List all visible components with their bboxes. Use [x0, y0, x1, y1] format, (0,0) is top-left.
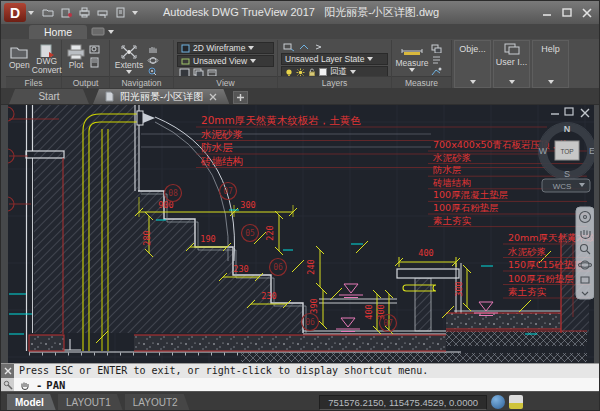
tab-start[interactable]: Start: [9, 89, 89, 104]
quick-access-toolbar: [42, 7, 138, 18]
doc-window-controls[interactable]: [551, 108, 589, 117]
zoom-extents-button[interactable]: Extents: [113, 42, 145, 75]
navigation-bar[interactable]: [576, 207, 594, 299]
svg-text:05: 05: [245, 229, 255, 238]
app-menu-caret-icon[interactable]: [28, 11, 34, 15]
svg-text:08: 08: [168, 189, 178, 198]
file-tab-bar: Start 阳光丽景-小区详图: [1, 88, 600, 105]
convert-icon[interactable]: [60, 7, 73, 18]
layer-state-select[interactable]: Unsaved Layer State: [281, 53, 388, 65]
svg-text:240: 240: [306, 259, 316, 274]
command-line[interactable]: Press ESC or ENTER to exit, or right-cli…: [1, 363, 600, 391]
hardware-acceleration-icon[interactable]: [491, 395, 505, 409]
tab-home[interactable]: Home: [29, 25, 87, 39]
ribbon-tab-row: Home: [1, 24, 600, 39]
viewcube-west[interactable]: W: [539, 146, 548, 156]
layer-color-swatch[interactable]: [319, 68, 327, 76]
app-logo-icon[interactable]: D: [4, 3, 26, 22]
group-label-layers[interactable]: Layers: [278, 76, 391, 88]
maximize-button[interactable]: [561, 7, 573, 19]
left-edge-callouts: [8, 107, 14, 211]
plot-button[interactable]: Plot: [65, 42, 87, 75]
orbit-icon[interactable]: [147, 55, 159, 64]
extents-caret-icon[interactable]: [126, 70, 132, 74]
list-icon[interactable]: [431, 55, 442, 64]
svg-text:230: 230: [261, 291, 276, 301]
id-point-icon[interactable]: [431, 66, 442, 75]
layer-states-icon[interactable]: [283, 42, 295, 52]
pan-icon[interactable]: [147, 44, 159, 53]
panel-help[interactable]: Help: [532, 40, 569, 88]
page-setup-icon[interactable]: [89, 57, 100, 68]
ruler-icon: [400, 43, 424, 59]
open-icon[interactable]: [42, 7, 55, 18]
command-options-button[interactable]: [1, 378, 14, 392]
dwg-file-icon: [105, 91, 114, 102]
print-icon[interactable]: [78, 7, 91, 18]
svg-text:400: 400: [364, 304, 374, 319]
group-label-output[interactable]: Output: [62, 76, 109, 88]
svg-text:水泥砂浆: 水泥砂浆: [201, 128, 244, 140]
command-close-button[interactable]: [1, 364, 14, 378]
objects-panel-caret-icon: [470, 80, 476, 84]
command-active-row[interactable]: - PAN: [14, 378, 600, 392]
wrench-icon: [3, 380, 13, 390]
new-tab-button[interactable]: [233, 91, 248, 104]
doc-restore-icon: [565, 108, 573, 115]
status-bar: Model LAYOUT1 LAYOUT2 751576.2150, 11547…: [1, 391, 600, 411]
svg-text:100厚混凝土垫层: 100厚混凝土垫层: [433, 189, 508, 200]
batch-plot-icon[interactable]: [96, 7, 109, 18]
tab-layout1[interactable]: LAYOUT1: [58, 394, 123, 411]
named-view-select[interactable]: Unsaved View: [177, 55, 274, 67]
quick-measure-icon[interactable]: [431, 44, 442, 53]
svg-text:07: 07: [223, 187, 233, 196]
group-label-files[interactable]: Files: [6, 76, 61, 88]
svg-text:06: 06: [305, 318, 315, 327]
group-label-navigation[interactable]: Navigation: [110, 76, 173, 88]
tab-document[interactable]: 阳光丽景-小区详图: [93, 89, 229, 104]
svg-text:300: 300: [240, 200, 255, 210]
visual-style-select[interactable]: 2D Wireframe: [177, 42, 274, 54]
group-label-measure[interactable]: Measure: [392, 76, 451, 88]
user-interface-caret-icon: [509, 80, 515, 84]
cad-drawing: 20mm厚天然黄木纹板岩，土黄色水泥砂浆防水层砖墙结构700x400x50青石板…: [8, 105, 594, 363]
qat-customize-caret-icon[interactable]: [132, 11, 138, 15]
zoom-extents-icon: [119, 43, 139, 61]
viewcube-south[interactable]: S: [564, 169, 570, 179]
ribbon-group-layers: Unsaved Layer State 回道 Layers: [278, 40, 392, 88]
tab-close-icon[interactable]: [209, 93, 217, 101]
svg-text:素土夯实: 素土夯实: [433, 215, 472, 226]
panel-user-interface[interactable]: User I...: [493, 40, 530, 88]
plot-preview-icon[interactable]: [89, 44, 100, 55]
panel-objects[interactable]: Obje...: [454, 40, 491, 88]
viewcube[interactable]: TOP N E S W WCS: [539, 123, 595, 193]
svg-text:300: 300: [454, 281, 464, 296]
group-label-view[interactable]: View: [174, 76, 277, 88]
svg-text:防水层: 防水层: [201, 141, 233, 153]
viewcube-north[interactable]: N: [564, 124, 571, 134]
open-button[interactable]: Open: [9, 42, 30, 75]
svg-text:水泥砂浆: 水泥砂浆: [507, 246, 547, 257]
drawing-viewport[interactable]: 20mm厚天然黄木纹板岩，土黄色水泥砂浆防水层砖墙结构700x400x50青石板…: [8, 105, 594, 363]
wcs-label: WCS: [553, 182, 572, 191]
clean-screen-icon[interactable]: [509, 395, 523, 409]
svg-text:20mm厚天然黄木纹板岩，土黄色: 20mm厚天然黄木纹板岩，土黄色: [201, 114, 361, 126]
layer-restore-icon[interactable]: [298, 42, 310, 52]
svg-text:390: 390: [309, 298, 319, 313]
ribbon-display-toggle[interactable]: [91, 27, 114, 36]
svg-text:07: 07: [383, 319, 393, 328]
dwg-convert-button[interactable]: DWG Convert: [32, 42, 62, 75]
layer-prev-icon[interactable]: [313, 42, 325, 52]
svg-text:220: 220: [265, 225, 275, 240]
measure-button[interactable]: Measure: [395, 42, 429, 75]
measure-caret-icon[interactable]: [409, 68, 415, 72]
viewcube-east[interactable]: E: [589, 146, 594, 156]
close-button[interactable]: [581, 7, 593, 19]
preview-icon[interactable]: [114, 7, 127, 18]
minimize-button[interactable]: [541, 7, 553, 19]
tab-layout2[interactable]: LAYOUT2: [125, 394, 190, 411]
zoom-window-icon[interactable]: [147, 66, 159, 75]
svg-text:190: 190: [200, 234, 215, 244]
named-view-icon: [181, 57, 190, 66]
tab-model[interactable]: Model: [7, 394, 56, 411]
